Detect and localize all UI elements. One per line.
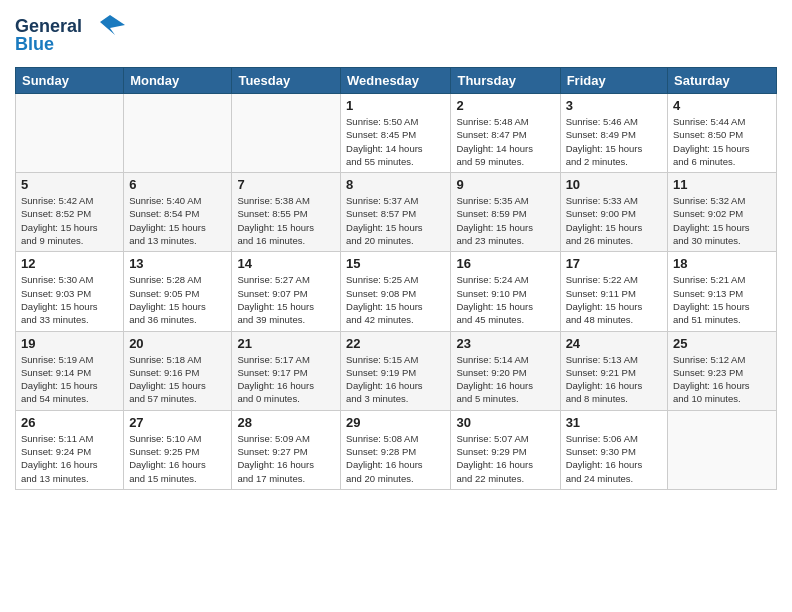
day-info: Sunrise: 5:28 AM Sunset: 9:05 PM Dayligh… [129, 273, 226, 326]
weekday-header-sunday: Sunday [16, 68, 124, 94]
day-number: 18 [673, 256, 771, 271]
calendar-cell: 13Sunrise: 5:28 AM Sunset: 9:05 PM Dayli… [124, 252, 232, 331]
day-info: Sunrise: 5:38 AM Sunset: 8:55 PM Dayligh… [237, 194, 335, 247]
calendar-cell: 9Sunrise: 5:35 AM Sunset: 8:59 PM Daylig… [451, 173, 560, 252]
calendar-cell [124, 94, 232, 173]
calendar-cell: 27Sunrise: 5:10 AM Sunset: 9:25 PM Dayli… [124, 410, 232, 489]
day-info: Sunrise: 5:11 AM Sunset: 9:24 PM Dayligh… [21, 432, 118, 485]
day-info: Sunrise: 5:33 AM Sunset: 9:00 PM Dayligh… [566, 194, 662, 247]
day-number: 4 [673, 98, 771, 113]
day-number: 29 [346, 415, 445, 430]
day-info: Sunrise: 5:07 AM Sunset: 9:29 PM Dayligh… [456, 432, 554, 485]
calendar-cell: 3Sunrise: 5:46 AM Sunset: 8:49 PM Daylig… [560, 94, 667, 173]
calendar-cell: 15Sunrise: 5:25 AM Sunset: 9:08 PM Dayli… [341, 252, 451, 331]
day-info: Sunrise: 5:12 AM Sunset: 9:23 PM Dayligh… [673, 353, 771, 406]
calendar-cell: 17Sunrise: 5:22 AM Sunset: 9:11 PM Dayli… [560, 252, 667, 331]
calendar-cell: 1Sunrise: 5:50 AM Sunset: 8:45 PM Daylig… [341, 94, 451, 173]
svg-text:General: General [15, 16, 82, 36]
calendar-cell: 8Sunrise: 5:37 AM Sunset: 8:57 PM Daylig… [341, 173, 451, 252]
day-number: 15 [346, 256, 445, 271]
calendar-cell: 26Sunrise: 5:11 AM Sunset: 9:24 PM Dayli… [16, 410, 124, 489]
day-info: Sunrise: 5:19 AM Sunset: 9:14 PM Dayligh… [21, 353, 118, 406]
day-number: 28 [237, 415, 335, 430]
calendar-cell: 2Sunrise: 5:48 AM Sunset: 8:47 PM Daylig… [451, 94, 560, 173]
day-info: Sunrise: 5:48 AM Sunset: 8:47 PM Dayligh… [456, 115, 554, 168]
svg-text:Blue: Blue [15, 34, 54, 54]
day-number: 1 [346, 98, 445, 113]
svg-marker-2 [100, 15, 125, 35]
day-number: 6 [129, 177, 226, 192]
calendar-cell: 28Sunrise: 5:09 AM Sunset: 9:27 PM Dayli… [232, 410, 341, 489]
day-info: Sunrise: 5:18 AM Sunset: 9:16 PM Dayligh… [129, 353, 226, 406]
weekday-header-thursday: Thursday [451, 68, 560, 94]
day-info: Sunrise: 5:17 AM Sunset: 9:17 PM Dayligh… [237, 353, 335, 406]
calendar-week-3: 12Sunrise: 5:30 AM Sunset: 9:03 PM Dayli… [16, 252, 777, 331]
day-info: Sunrise: 5:27 AM Sunset: 9:07 PM Dayligh… [237, 273, 335, 326]
day-number: 22 [346, 336, 445, 351]
day-info: Sunrise: 5:35 AM Sunset: 8:59 PM Dayligh… [456, 194, 554, 247]
day-number: 17 [566, 256, 662, 271]
calendar-cell [668, 410, 777, 489]
day-info: Sunrise: 5:22 AM Sunset: 9:11 PM Dayligh… [566, 273, 662, 326]
calendar-cell [16, 94, 124, 173]
calendar-cell: 12Sunrise: 5:30 AM Sunset: 9:03 PM Dayli… [16, 252, 124, 331]
day-info: Sunrise: 5:46 AM Sunset: 8:49 PM Dayligh… [566, 115, 662, 168]
calendar-week-1: 1Sunrise: 5:50 AM Sunset: 8:45 PM Daylig… [16, 94, 777, 173]
calendar-cell: 30Sunrise: 5:07 AM Sunset: 9:29 PM Dayli… [451, 410, 560, 489]
day-info: Sunrise: 5:21 AM Sunset: 9:13 PM Dayligh… [673, 273, 771, 326]
day-number: 14 [237, 256, 335, 271]
calendar-cell: 22Sunrise: 5:15 AM Sunset: 9:19 PM Dayli… [341, 331, 451, 410]
day-number: 9 [456, 177, 554, 192]
calendar-cell: 16Sunrise: 5:24 AM Sunset: 9:10 PM Dayli… [451, 252, 560, 331]
calendar-table: SundayMondayTuesdayWednesdayThursdayFrid… [15, 67, 777, 490]
calendar-week-4: 19Sunrise: 5:19 AM Sunset: 9:14 PM Dayli… [16, 331, 777, 410]
day-info: Sunrise: 5:13 AM Sunset: 9:21 PM Dayligh… [566, 353, 662, 406]
day-info: Sunrise: 5:37 AM Sunset: 8:57 PM Dayligh… [346, 194, 445, 247]
calendar-cell [232, 94, 341, 173]
page-container: General Blue SundayMondayTuesdayWednesda… [0, 0, 792, 500]
calendar-cell: 20Sunrise: 5:18 AM Sunset: 9:16 PM Dayli… [124, 331, 232, 410]
day-info: Sunrise: 5:24 AM Sunset: 9:10 PM Dayligh… [456, 273, 554, 326]
day-info: Sunrise: 5:08 AM Sunset: 9:28 PM Dayligh… [346, 432, 445, 485]
day-info: Sunrise: 5:25 AM Sunset: 9:08 PM Dayligh… [346, 273, 445, 326]
day-number: 16 [456, 256, 554, 271]
calendar-cell: 31Sunrise: 5:06 AM Sunset: 9:30 PM Dayli… [560, 410, 667, 489]
day-number: 21 [237, 336, 335, 351]
weekday-header-wednesday: Wednesday [341, 68, 451, 94]
calendar-cell: 29Sunrise: 5:08 AM Sunset: 9:28 PM Dayli… [341, 410, 451, 489]
day-number: 25 [673, 336, 771, 351]
day-info: Sunrise: 5:15 AM Sunset: 9:19 PM Dayligh… [346, 353, 445, 406]
header: General Blue [15, 10, 777, 59]
calendar-cell: 21Sunrise: 5:17 AM Sunset: 9:17 PM Dayli… [232, 331, 341, 410]
day-number: 8 [346, 177, 445, 192]
day-number: 5 [21, 177, 118, 192]
day-number: 23 [456, 336, 554, 351]
day-info: Sunrise: 5:10 AM Sunset: 9:25 PM Dayligh… [129, 432, 226, 485]
day-number: 2 [456, 98, 554, 113]
calendar-cell: 7Sunrise: 5:38 AM Sunset: 8:55 PM Daylig… [232, 173, 341, 252]
day-number: 13 [129, 256, 226, 271]
calendar-cell: 4Sunrise: 5:44 AM Sunset: 8:50 PM Daylig… [668, 94, 777, 173]
day-number: 30 [456, 415, 554, 430]
weekday-header-monday: Monday [124, 68, 232, 94]
day-info: Sunrise: 5:50 AM Sunset: 8:45 PM Dayligh… [346, 115, 445, 168]
weekday-header-row: SundayMondayTuesdayWednesdayThursdayFrid… [16, 68, 777, 94]
calendar-cell: 23Sunrise: 5:14 AM Sunset: 9:20 PM Dayli… [451, 331, 560, 410]
day-number: 10 [566, 177, 662, 192]
weekday-header-friday: Friday [560, 68, 667, 94]
day-number: 12 [21, 256, 118, 271]
day-number: 24 [566, 336, 662, 351]
logo-text: General Blue [15, 10, 125, 59]
day-info: Sunrise: 5:30 AM Sunset: 9:03 PM Dayligh… [21, 273, 118, 326]
logo: General Blue [15, 10, 125, 59]
day-number: 7 [237, 177, 335, 192]
calendar-cell: 19Sunrise: 5:19 AM Sunset: 9:14 PM Dayli… [16, 331, 124, 410]
day-number: 19 [21, 336, 118, 351]
calendar-week-5: 26Sunrise: 5:11 AM Sunset: 9:24 PM Dayli… [16, 410, 777, 489]
day-info: Sunrise: 5:42 AM Sunset: 8:52 PM Dayligh… [21, 194, 118, 247]
calendar-cell: 5Sunrise: 5:42 AM Sunset: 8:52 PM Daylig… [16, 173, 124, 252]
day-info: Sunrise: 5:14 AM Sunset: 9:20 PM Dayligh… [456, 353, 554, 406]
calendar-cell: 11Sunrise: 5:32 AM Sunset: 9:02 PM Dayli… [668, 173, 777, 252]
calendar-cell: 10Sunrise: 5:33 AM Sunset: 9:00 PM Dayli… [560, 173, 667, 252]
calendar-cell: 6Sunrise: 5:40 AM Sunset: 8:54 PM Daylig… [124, 173, 232, 252]
